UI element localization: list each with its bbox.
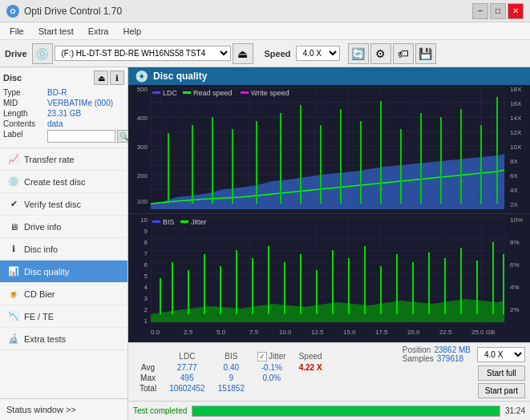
menu-bar: File Start test Extra Help xyxy=(0,22,530,40)
svg-text:0.0: 0.0 xyxy=(151,212,160,213)
disc-quality-icon: 📊 xyxy=(6,265,21,279)
minimize-button[interactable]: − xyxy=(472,3,488,19)
eject-button[interactable]: ⏏ xyxy=(233,43,253,64)
refresh-icon[interactable]: 🔄 xyxy=(348,43,369,64)
close-button[interactable]: ✕ xyxy=(508,3,524,19)
time-display: 31:24 xyxy=(505,406,525,415)
chart-top-svg: 500 400 300 200 100 18X 16X 14X 12X 10X … xyxy=(128,85,530,213)
disc-contents-row: Contents data xyxy=(3,119,124,128)
svg-text:5: 5 xyxy=(144,273,148,280)
svg-text:12.5: 12.5 xyxy=(311,329,324,336)
svg-text:4%: 4% xyxy=(510,284,520,291)
svg-text:20.0: 20.0 xyxy=(407,329,420,336)
menu-extra[interactable]: Extra xyxy=(82,25,115,38)
content-area: 💿 Disc quality xyxy=(128,67,530,420)
svg-text:10.0: 10.0 xyxy=(279,329,292,336)
drive-bar: Drive 💿 (F:) HL-DT-ST BD-RE WH16NS58 TST… xyxy=(0,40,530,67)
svg-text:20.0: 20.0 xyxy=(407,212,420,213)
samples-value: 379618 xyxy=(437,354,463,363)
svg-text:2: 2 xyxy=(144,306,148,313)
maximize-button[interactable]: □ xyxy=(490,3,506,19)
svg-text:17.5: 17.5 xyxy=(375,212,388,213)
stats-bar: LDC BIS ✓ Jitter Speed xyxy=(128,342,530,401)
disc-label-row: Label 🔍 xyxy=(3,130,124,143)
avg-ldc: 27.77 xyxy=(163,362,212,373)
nav-fe-te[interactable]: 📉 FE / TE xyxy=(0,305,127,328)
svg-text:12.5: 12.5 xyxy=(311,212,324,213)
save-icon[interactable]: 💾 xyxy=(415,43,436,64)
svg-text:6: 6 xyxy=(144,261,148,269)
avg-label: Avg xyxy=(133,362,163,373)
chart-bottom: 10 9 8 7 6 5 4 3 2 1 10% 8% 6% 4% 2% xyxy=(128,214,530,342)
disc-section: Disc ⏏ ℹ Type BD-R MID VERBATIMe (000) L… xyxy=(0,67,127,148)
jitter-checkbox[interactable]: ✓ xyxy=(257,352,267,361)
disc-contents-value: data xyxy=(47,119,63,128)
disc-length-value: 23.31 GB xyxy=(47,109,81,118)
nav-cd-bier-label: CD Bier xyxy=(24,289,55,299)
app-title: Opti Drive Control 1.70 xyxy=(24,6,122,17)
disc-type-label: Type xyxy=(3,88,47,97)
charts-area: 500 400 300 200 100 18X 16X 14X 12X 10X … xyxy=(128,85,530,342)
menu-file[interactable]: File xyxy=(3,25,30,38)
nav-disc-info[interactable]: ℹ Disc info xyxy=(0,238,127,260)
total-label: Total xyxy=(133,383,163,394)
status-text: Test completed xyxy=(133,406,187,415)
svg-text:5.0: 5.0 xyxy=(216,212,226,213)
svg-text:15.0: 15.0 xyxy=(343,329,356,336)
svg-text:6%: 6% xyxy=(510,261,520,269)
verify-test-disc-icon: ✔ xyxy=(6,197,21,212)
nav-disc-quality[interactable]: 📊 Disc quality xyxy=(0,260,127,283)
nav-cd-bier[interactable]: 🍺 CD Bier xyxy=(0,283,127,305)
status-window-button[interactable]: Status window >> xyxy=(0,399,127,420)
app-icon: O xyxy=(6,5,19,18)
svg-text:10X: 10X xyxy=(510,143,522,151)
disc-label-input[interactable] xyxy=(47,130,115,143)
disc-info-icon: ℹ xyxy=(6,242,21,256)
svg-text:12X: 12X xyxy=(510,129,522,136)
menu-help[interactable]: Help xyxy=(116,25,148,38)
svg-text:7: 7 xyxy=(144,250,148,257)
svg-text:2%: 2% xyxy=(510,306,520,313)
svg-rect-65 xyxy=(152,91,160,94)
svg-text:10.0: 10.0 xyxy=(279,212,292,213)
svg-text:0.0: 0.0 xyxy=(151,329,160,336)
bookmark-icon[interactable]: 🏷 xyxy=(393,43,414,64)
svg-text:5.0: 5.0 xyxy=(216,329,226,336)
samples-label: Samples xyxy=(403,354,434,363)
stats-table: LDC BIS ✓ Jitter Speed xyxy=(133,351,396,394)
sidebar: Disc ⏏ ℹ Type BD-R MID VERBATIMe (000) L… xyxy=(0,67,128,420)
svg-text:25.0 GB: 25.0 GB xyxy=(471,329,495,336)
drive-select[interactable]: (F:) HL-DT-ST BD-RE WH16NS58 TST4 xyxy=(55,46,231,61)
start-full-button[interactable]: Start full xyxy=(478,365,525,381)
disc-eject-icon[interactable]: ⏏ xyxy=(94,71,108,85)
start-part-button[interactable]: Start part xyxy=(478,383,525,398)
disc-length-row: Length 23.31 GB xyxy=(3,109,124,118)
svg-text:4X: 4X xyxy=(510,187,518,194)
nav-transfer-rate[interactable]: 📈 Transfer rate xyxy=(0,148,127,171)
table-row-max: Max 495 9 0.0% xyxy=(133,373,329,383)
speed-select[interactable]: 4.0 X xyxy=(296,46,340,61)
max-ldc: 495 xyxy=(163,373,212,383)
svg-text:LDC: LDC xyxy=(163,89,178,97)
menu-start-test[interactable]: Start test xyxy=(32,25,80,38)
svg-text:Read speed: Read speed xyxy=(193,89,233,97)
settings-icon[interactable]: ⚙ xyxy=(370,43,391,64)
svg-text:500: 500 xyxy=(137,86,148,93)
sidebar-bottom: Status window >> xyxy=(0,398,127,420)
stats-speed-select[interactable]: 4.0 X xyxy=(477,347,525,362)
svg-text:25.0 GB: 25.0 GB xyxy=(471,212,495,213)
svg-text:10: 10 xyxy=(140,216,148,224)
svg-text:2.5: 2.5 xyxy=(184,329,193,336)
svg-text:100: 100 xyxy=(137,198,148,205)
svg-text:16X: 16X xyxy=(510,100,522,107)
nav-create-test-disc[interactable]: 💿 Create test disc xyxy=(0,171,127,193)
nav-verify-test-disc[interactable]: ✔ Verify test disc xyxy=(0,193,127,216)
disc-mid-value: VERBATIMe (000) xyxy=(47,99,113,107)
nav-drive-info[interactable]: 🖥 Drive info xyxy=(0,216,127,238)
disc-info-icon[interactable]: ℹ xyxy=(110,71,124,85)
nav-extra-tests[interactable]: 🔬 Extra tests xyxy=(0,328,127,350)
speed-label: Speed xyxy=(265,49,291,59)
svg-text:3: 3 xyxy=(144,295,148,302)
col-header-speed: Speed xyxy=(293,351,329,362)
table-row-total: Total 10602452 151852 xyxy=(133,383,329,394)
